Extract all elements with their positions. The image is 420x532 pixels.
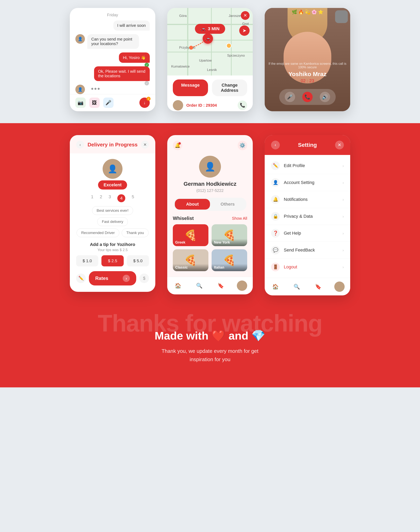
small-avatar (335, 10, 348, 23)
rating-stars: 1 2 3 4 5 (70, 194, 155, 202)
star-1[interactable]: 1 (91, 194, 93, 202)
footer-sub-text: Thank you, we update every month for get… (150, 347, 270, 364)
camera-btn[interactable]: 📷 (75, 98, 86, 108)
delivery-back-btn[interactable]: ‹ (76, 141, 84, 149)
message-btn[interactable]: Message (173, 80, 208, 96)
rates-arrow: › (123, 275, 130, 282)
show-all-btn[interactable]: Show All (232, 216, 247, 221)
security-msg: If the emoji are same on Kamborica scree… (265, 62, 350, 69)
map-bottom: Message Change Address Order ID : 29304 … (167, 75, 253, 111)
avatar-typing: 👤 (75, 85, 85, 94)
tip-3[interactable]: $ 5.0 (127, 255, 149, 266)
footer-section: Thanks for watching Made with ❤️ and 💎 T… (0, 295, 420, 387)
wishlist-title: Whiselist (173, 216, 194, 221)
svg-point-0 (189, 46, 193, 50)
call-btn[interactable]: 📞 (238, 100, 247, 110)
settings-logout[interactable]: 🚪 Logout › (265, 259, 350, 275)
settings-close-btn[interactable]: ✕ (335, 141, 344, 149)
chat-bottom-bar: 📷 🖼 🎤 ↓ 2 (70, 94, 155, 111)
wishlist-item-italian[interactable]: 🍕 Italian (211, 249, 247, 271)
settings-nav-bookmark[interactable]: 🔖 (313, 281, 323, 292)
top-section: Friday I will arrive soon 👤 Can you send… (0, 0, 420, 123)
map-background: Góra Jaroszewo Grot Przybyszki Sprzeczyn… (167, 8, 253, 75)
notification-btn[interactable]: 🔔 (173, 141, 182, 150)
dollar-btn[interactable]: $ (139, 274, 149, 283)
map-nav-btn[interactable]: ➤ (239, 26, 250, 36)
tab-about[interactable]: About (175, 199, 210, 210)
map-order-info: Order ID : 29304 (186, 103, 234, 108)
timer-value: 3 MIN (208, 26, 220, 31)
nav-bookmark-btn[interactable]: 🔖 (216, 280, 226, 291)
chevron-logout: › (343, 265, 344, 269)
star-5[interactable]: 5 (132, 194, 134, 202)
help-icon: ❓ (271, 229, 280, 238)
profile-card: 🔔 ⚙️ 👤 German Hodkiewicz (012) 127-5222 … (167, 135, 253, 294)
driver-avatar (173, 100, 183, 111)
map-order-row: Order ID : 29304 📞 (173, 100, 247, 111)
tip-1[interactable]: $ 1.0 (76, 255, 98, 266)
profile-settings-btn[interactable]: ⚙️ (238, 141, 247, 150)
item-label-classic: Classic (173, 264, 209, 271)
nav-home-btn[interactable]: 🏠 (173, 280, 183, 291)
settings-account[interactable]: 👤 Account Setting › (265, 174, 350, 191)
tag-thank-you[interactable]: Thank you (122, 228, 149, 237)
settings-header: ‹ Setting ✕ (265, 135, 350, 155)
settings-edit-profile[interactable]: ✏️ Edit Profile › (265, 157, 350, 174)
video-face: 🌿🔥💫🌸⭐ If the emoji are same on Kamborica… (265, 8, 350, 111)
chevron-privacy: › (343, 214, 344, 219)
account-icon: 👤 (271, 178, 280, 187)
image-btn[interactable]: 🖼 (89, 98, 100, 108)
settings-nav-home[interactable]: 🏠 (270, 281, 281, 292)
logout-icon: 🚪 (271, 263, 280, 271)
nav-avatar[interactable] (237, 280, 247, 291)
timer-car-icon: 🚗 (200, 26, 206, 31)
order-label: Order ID : (186, 103, 205, 108)
feedback-label: Send FeedBack (284, 248, 338, 253)
map-action-row: Message Change Address (173, 80, 247, 96)
speaker-btn[interactable]: 🔊 (320, 92, 330, 102)
settings-help[interactable]: ❓ Get Help › (265, 225, 350, 242)
tab-others[interactable]: Others (210, 199, 245, 210)
star-2[interactable]: 2 (100, 194, 102, 202)
settings-notifications[interactable]: 🔔 Notifications › (265, 191, 350, 208)
star-4[interactable]: 4 (117, 194, 125, 202)
msg-arrive: I will arrive soon (113, 20, 150, 31)
edit-btn[interactable]: ✏️ (76, 274, 86, 283)
delivery-close-btn[interactable]: ✕ (141, 141, 149, 149)
settings-nav-avatar[interactable] (334, 281, 345, 292)
mute-btn[interactable]: 🎤 (285, 92, 295, 102)
mic-btn[interactable]: 🎤 (103, 98, 114, 108)
video-emojis: 🌿🔥💫🌸⭐ (292, 10, 323, 15)
settings-back-btn[interactable]: ‹ (271, 141, 280, 149)
wishlist-item-newyork[interactable]: 🍕 New York (211, 224, 247, 246)
star-3[interactable]: 3 (109, 194, 111, 202)
dot-1 (91, 88, 93, 90)
nav-search-btn[interactable]: 🔍 (194, 280, 204, 291)
notifications-label: Notifications (284, 197, 338, 202)
settings-card: ‹ Setting ✕ ✏️ Edit Profile › 👤 Account … (265, 135, 350, 295)
wishlist-item-classic[interactable]: 🍕 Classic (173, 249, 209, 271)
rates-btn[interactable]: Rates › (89, 271, 136, 285)
tag-fast-delivery[interactable]: Fast delivery (97, 217, 128, 226)
driver-marker: 🚗 (203, 33, 213, 44)
settings-nav-search[interactable]: 🔍 (292, 281, 302, 292)
notif-dot (178, 142, 181, 145)
call-timer: 02 : 23 (265, 78, 350, 84)
tip-section: Add a tip for Yozihoro Your tips was $ 2… (70, 242, 155, 266)
chevron-edit: › (343, 164, 344, 168)
end-call-btn[interactable]: 📞 (302, 92, 313, 102)
wishlist-item-greek[interactable]: 🍕 Greek (173, 224, 209, 246)
chat-card: Friday I will arrive soon 👤 Can you send… (70, 8, 155, 111)
settings-feedback[interactable]: 💬 Send FeedBack › (265, 242, 350, 259)
tip-options: $ 1.0 $ 2.5 $ 5.0 (76, 255, 149, 266)
change-address-btn[interactable]: Change Address (212, 80, 247, 96)
tag-recommended-driver[interactable]: Recomended Driver (76, 228, 119, 237)
tag-best-services[interactable]: Best services ever! (92, 206, 133, 215)
video-info-overlay: If the emoji are same on Kamborica scree… (265, 62, 350, 84)
wishlist-grid: 🍕 Greek 🍕 New York 🍕 Classic 🍕 Italian (173, 224, 247, 271)
tip-2[interactable]: $ 2.5 (101, 255, 123, 266)
settings-privacy[interactable]: 🔒 Privacy & Data › (265, 208, 350, 225)
scroll-down-btn[interactable]: ↓ 2 (139, 98, 150, 108)
map-close-btn[interactable]: ✕ (241, 11, 250, 20)
excellent-badge: Excelent (98, 180, 127, 190)
